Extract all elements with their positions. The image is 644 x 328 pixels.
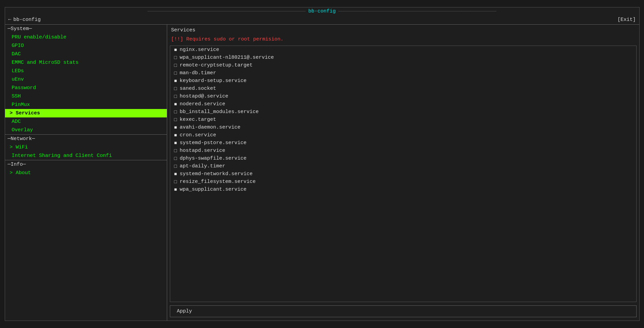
service-list-item[interactable]: ■nginx.service <box>170 46 636 54</box>
service-name-label: resize_filesystem.service <box>180 179 256 185</box>
sidebar-item-pru[interactable]: PRU enable/disable <box>5 33 167 42</box>
sidebar-item-about[interactable]: > About <box>5 169 167 177</box>
service-list-item[interactable]: ■cron.service <box>170 131 636 139</box>
service-list-item[interactable]: □bb_install_modules.service <box>170 108 636 116</box>
service-name-label: wpa_supplicant-nl80211@.service <box>180 55 274 60</box>
sidebar-item-leds[interactable]: LEDs <box>5 67 167 75</box>
service-name-label: nodered.service <box>180 101 225 107</box>
service-checkbox[interactable]: ■ <box>174 47 177 53</box>
top-bar: ← bb-config [Exit] <box>5 15 639 25</box>
service-list-item[interactable]: □dphys-swapfile.service <box>170 155 636 162</box>
main-panel: Services [!!] Requires sudo or root perm… <box>167 25 639 321</box>
service-checkbox[interactable]: □ <box>174 55 177 60</box>
sidebar-item-gpio[interactable]: GPIO <box>5 42 167 50</box>
service-name-label: avahi-daemon.service <box>180 125 240 130</box>
sidebar-item-ssh[interactable]: SSH <box>5 92 167 101</box>
service-checkbox[interactable]: □ <box>174 86 177 91</box>
service-list-item[interactable]: ■keyboard-setup.service <box>170 77 636 85</box>
service-name-label: remote-cryptsetup.target <box>180 62 253 68</box>
sidebar: ─System─ PRU enable/disable GPIO DAC EMM… <box>5 25 167 321</box>
service-checkbox[interactable]: □ <box>174 156 177 161</box>
service-checkbox[interactable]: □ <box>174 179 177 185</box>
service-list-item[interactable]: □remote-cryptsetup.target <box>170 61 636 69</box>
window-title-bar: ────────────────────────────────────────… <box>5 7 639 15</box>
services-list: ■nginx.service□wpa_supplicant-nl80211@.s… <box>170 46 637 302</box>
app-name-label: bb-config <box>14 17 41 23</box>
service-list-item[interactable]: ■wpa_supplicant.service <box>170 186 636 193</box>
service-checkbox[interactable]: ■ <box>174 140 177 146</box>
sidebar-item-dac[interactable]: DAC <box>5 50 167 58</box>
network-section-header: ─Network─ <box>5 134 167 143</box>
warning-message: [!!] Requires sudo or root permision. <box>167 34 639 44</box>
sidebar-item-pinmux[interactable]: PinMux <box>5 101 167 109</box>
exit-button[interactable]: [Exit] <box>617 17 636 23</box>
service-list-item[interactable]: ■avahi-daemon.service <box>170 124 636 131</box>
service-name-label: systemd-pstore.service <box>180 140 247 146</box>
window-title: bb-config <box>308 8 336 14</box>
service-name-label: kexec.target <box>180 117 216 122</box>
info-section-header: ─Info─ <box>5 160 167 169</box>
service-list-item[interactable]: □hostapd.service <box>170 147 636 155</box>
sidebar-item-password[interactable]: Password <box>5 84 167 92</box>
service-checkbox[interactable]: □ <box>174 148 177 154</box>
back-arrow-icon: ← <box>8 17 11 23</box>
service-checkbox[interactable]: ■ <box>174 102 177 107</box>
service-list-item[interactable]: □kexec.target <box>170 116 636 124</box>
service-list-item[interactable]: □wpa_supplicant-nl80211@.service <box>170 54 636 61</box>
service-name-label: dphys-swapfile.service <box>180 156 247 161</box>
service-list-item[interactable]: □resize_filesystem.service <box>170 178 636 186</box>
sidebar-item-adc[interactable]: ADC <box>5 117 167 126</box>
service-checkbox[interactable]: □ <box>174 164 177 169</box>
service-list-item[interactable]: ■nodered.service <box>170 100 636 108</box>
service-name-label: wpa_supplicant.service <box>180 187 247 192</box>
service-name-label: apt-daily.timer <box>180 163 225 169</box>
service-name-label: saned.socket <box>180 86 216 91</box>
panel-title: Services <box>167 26 639 34</box>
sidebar-item-emmc[interactable]: EMMC and MicroSD stats <box>5 58 167 67</box>
service-name-label: keyboard-setup.service <box>180 78 247 84</box>
service-list-item[interactable]: □man-db.timer <box>170 69 636 77</box>
sidebar-item-uenv[interactable]: uEnv <box>5 75 167 84</box>
service-checkbox[interactable]: ■ <box>174 78 177 84</box>
service-checkbox[interactable]: □ <box>174 109 177 115</box>
service-list-item[interactable]: □hostapd@.service <box>170 92 636 100</box>
service-checkbox[interactable]: ■ <box>174 133 177 138</box>
service-name-label: hostapd.service <box>180 148 225 154</box>
service-list-item[interactable]: ■systemd-pstore.service <box>170 139 636 147</box>
service-name-label: man-db.timer <box>180 70 216 76</box>
service-name-label: hostapd@.service <box>180 93 228 99</box>
service-name-label: cron.service <box>180 132 216 138</box>
sidebar-item-overlay[interactable]: Overlay <box>5 126 167 134</box>
system-section-header: ─System─ <box>5 25 167 33</box>
service-checkbox[interactable]: □ <box>174 117 177 122</box>
service-checkbox[interactable]: ■ <box>174 171 177 177</box>
service-name-label: systemd-networkd.service <box>180 171 253 177</box>
service-name-label: bb_install_modules.service <box>180 109 259 115</box>
service-list-item[interactable]: ■systemd-networkd.service <box>170 170 636 178</box>
service-checkbox[interactable]: ■ <box>174 125 177 130</box>
service-checkbox[interactable]: □ <box>174 63 177 68</box>
service-checkbox[interactable]: ■ <box>174 187 177 192</box>
service-name-label: nginx.service <box>180 47 219 53</box>
service-checkbox[interactable]: □ <box>174 71 177 76</box>
service-checkbox[interactable]: □ <box>174 94 177 99</box>
apply-button[interactable]: Apply <box>170 305 637 317</box>
sidebar-item-wifi[interactable]: > WiFi <box>5 143 167 152</box>
apply-section: Apply <box>167 303 639 319</box>
sidebar-item-services[interactable]: > Services <box>5 109 167 117</box>
service-list-item[interactable]: □saned.socket <box>170 85 636 92</box>
service-list-item[interactable]: □apt-daily.timer <box>170 162 636 170</box>
sidebar-item-internet-sharing[interactable]: Internet Sharing and Client Confi <box>5 152 167 160</box>
